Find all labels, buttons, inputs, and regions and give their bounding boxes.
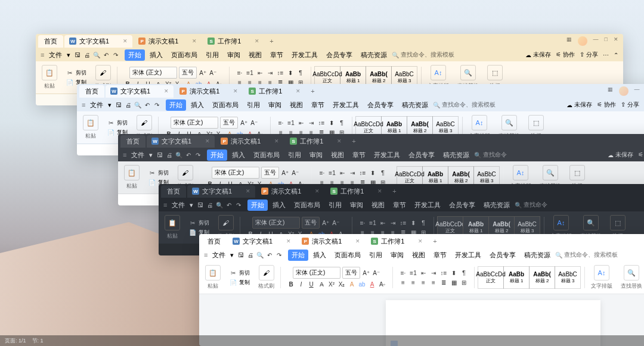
menu-section[interactable]: 章节 xyxy=(267,49,287,61)
preview-icon[interactable]: 🔍 xyxy=(92,51,101,59)
close-icon[interactable]: ✕ xyxy=(377,188,382,194)
tab-home[interactable]: 首页 xyxy=(79,85,104,98)
unsaved-indicator[interactable]: ☁未保存 xyxy=(525,51,551,59)
undo-icon[interactable]: ↶ xyxy=(184,151,193,159)
print-icon[interactable]: 🖨 xyxy=(206,201,214,209)
preview-icon[interactable]: 🔍 xyxy=(134,101,142,109)
linespace-icon[interactable]: ↕≡ xyxy=(399,219,407,227)
cut-icon[interactable]: ✂ xyxy=(188,219,197,227)
bullets-icon[interactable]: ≡· xyxy=(318,169,326,177)
format-painter-button[interactable]: 🖌 xyxy=(218,215,234,230)
menu-ref[interactable]: 引用 xyxy=(284,149,305,161)
menu-start[interactable]: 开始 xyxy=(207,149,227,161)
menu-res[interactable]: 稿壳资源 xyxy=(398,99,432,111)
tab-pres[interactable]: P演示文稿1✕ xyxy=(256,185,324,198)
save-icon[interactable]: 🖫 xyxy=(156,151,164,159)
close-icon[interactable]: ✕ xyxy=(355,238,360,244)
minimize-button[interactable]: — xyxy=(634,86,640,96)
close-icon[interactable]: ✕ xyxy=(233,88,238,94)
hamburger-icon[interactable]: ≡ xyxy=(163,201,167,208)
sort-icon[interactable]: ⬍ xyxy=(369,169,377,177)
paste-button[interactable]: 📋 xyxy=(205,265,221,280)
showmarks-icon[interactable]: ¶ xyxy=(460,269,468,277)
menu-member[interactable]: 会员专享 xyxy=(405,149,438,161)
search-box[interactable]: 🔍查找命令 xyxy=(515,201,547,209)
find-replace-button[interactable]: 🔍 xyxy=(583,215,599,230)
size-select[interactable]: 五号 xyxy=(302,217,320,229)
shrink-font-icon[interactable]: A⁻ xyxy=(209,68,217,77)
menu-insert[interactable]: 插入 xyxy=(309,250,330,261)
font-select[interactable]: 宋体 (正文) xyxy=(252,217,300,229)
tab-doc[interactable]: W文字文稿1✕ xyxy=(187,185,255,198)
indent-inc-icon[interactable]: ⇥ xyxy=(348,169,357,177)
grow-font-icon[interactable]: A⁺ xyxy=(321,219,330,227)
distribute-icon[interactable]: ≣ xyxy=(439,278,448,286)
menu-review[interactable]: 审阅 xyxy=(387,250,407,261)
find-replace-button[interactable]: 🔍 xyxy=(543,165,558,180)
close-icon[interactable]: ✕ xyxy=(315,188,320,194)
menu-file[interactable]: 文件 xyxy=(209,250,229,261)
redo-icon[interactable]: ↷ xyxy=(153,101,161,109)
menu-ref[interactable]: 引用 xyxy=(325,200,345,211)
save-icon[interactable]: 🖫 xyxy=(196,201,205,209)
menu-start[interactable]: 开始 xyxy=(125,49,145,61)
select-button[interactable]: ⬚ xyxy=(610,215,626,230)
size-select[interactable]: 五号 xyxy=(261,167,279,179)
unsaved-indicator[interactable]: ☁未保存 xyxy=(566,101,592,109)
copy-icon[interactable]: 📄 xyxy=(188,228,197,236)
menu-start[interactable]: 开始 xyxy=(166,99,186,111)
menu-file[interactable]: 文件 xyxy=(45,49,66,61)
coop-button[interactable]: ⚟ 协作 xyxy=(638,151,644,159)
shrink-font-icon[interactable]: A⁻ xyxy=(332,219,340,227)
hamburger-icon[interactable]: ≡ xyxy=(123,151,126,158)
format-painter-button[interactable]: 🖌 xyxy=(178,165,193,180)
redo-icon[interactable]: ↷ xyxy=(234,201,243,209)
menu-layout[interactable]: 页面布局 xyxy=(290,200,324,211)
search-box[interactable]: 🔍查找命令、搜索模板 xyxy=(433,101,496,109)
menu-member[interactable]: 会员专享 xyxy=(323,49,356,61)
menu-dev[interactable]: 开发工具 xyxy=(451,250,485,261)
linespace-icon[interactable]: ↕≡ xyxy=(358,169,367,177)
collapse-ribbon-icon[interactable]: ⌃ xyxy=(614,52,618,58)
indent-dec-icon[interactable]: ⇤ xyxy=(297,119,305,127)
menu-dev[interactable]: 开发工具 xyxy=(329,99,363,111)
grow-font-icon[interactable]: A⁺ xyxy=(281,169,289,177)
linespace-icon[interactable]: ↕≡ xyxy=(317,119,326,127)
indent-inc-icon[interactable]: ⇥ xyxy=(389,219,397,227)
menu-member[interactable]: 会员专享 xyxy=(486,250,519,261)
shrink-font-icon[interactable]: A⁻ xyxy=(372,269,380,277)
menu-file[interactable]: 文件 xyxy=(86,99,107,111)
shading-icon[interactable]: ▦ xyxy=(450,278,458,286)
tab-pres[interactable]: P演示文稿1✕ xyxy=(175,85,243,98)
sort-icon[interactable]: ⬍ xyxy=(409,219,417,227)
highlight-icon[interactable]: ab xyxy=(358,280,366,288)
menu-ref[interactable]: 引用 xyxy=(202,49,222,61)
menu-res[interactable]: 稿壳资源 xyxy=(521,250,554,261)
tab-pres[interactable]: P演示文稿1✕ xyxy=(297,235,365,248)
format-painter-button[interactable]: 🖌 xyxy=(259,265,274,280)
sort-icon[interactable]: ⬍ xyxy=(327,119,336,127)
print-icon[interactable]: 🖨 xyxy=(124,101,132,109)
menu-insert[interactable]: 插入 xyxy=(269,200,289,211)
close-icon[interactable]: ✕ xyxy=(418,238,423,244)
tab-sheet[interactable]: S工作簿1✕ xyxy=(366,235,428,248)
numbering-icon[interactable]: ≡1 xyxy=(409,269,417,277)
menu-res[interactable]: 稿壳资源 xyxy=(480,200,513,211)
select-button[interactable]: ⬚ xyxy=(528,115,544,130)
linespace-icon[interactable]: ↕≡ xyxy=(439,269,448,277)
size-select[interactable]: 五号 xyxy=(220,117,238,129)
indent-inc-icon[interactable]: ⇥ xyxy=(266,68,274,77)
numbering-icon[interactable]: ≡1 xyxy=(369,219,377,227)
strike-icon[interactable]: A̵ xyxy=(317,280,326,288)
copy-icon[interactable]: 📄 xyxy=(107,128,115,136)
grid-icon[interactable]: ▦ xyxy=(608,86,613,96)
menu-section[interactable]: 章节 xyxy=(430,250,450,261)
menu-insert[interactable]: 插入 xyxy=(228,149,249,161)
menu-section[interactable]: 章节 xyxy=(349,149,369,161)
font-select[interactable]: 宋体 (正文) xyxy=(171,117,218,129)
menu-review[interactable]: 审阅 xyxy=(224,49,244,61)
redo-icon[interactable]: ↷ xyxy=(194,151,202,159)
sort-icon[interactable]: ⬍ xyxy=(286,68,295,77)
menu-review[interactable]: 审阅 xyxy=(306,149,326,161)
shrink-font-icon[interactable]: A⁻ xyxy=(250,119,258,127)
